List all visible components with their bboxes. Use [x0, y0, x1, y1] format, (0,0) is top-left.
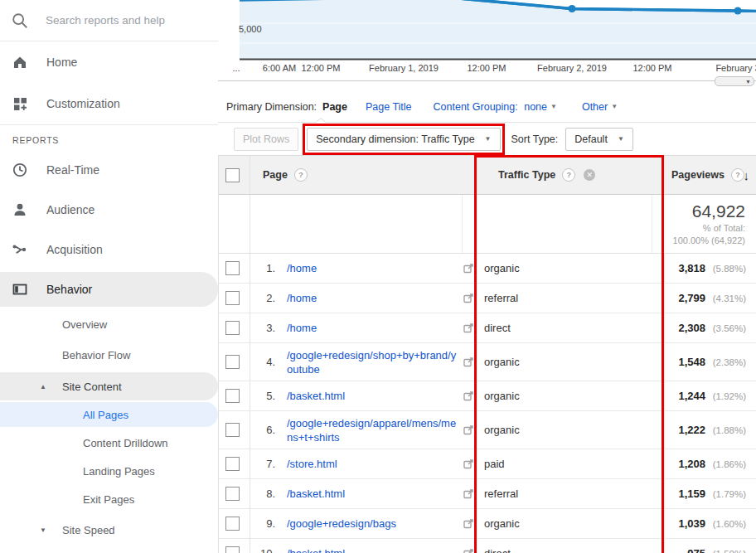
row-number: 5. — [250, 390, 275, 402]
pageviews-percent: (1.92%) — [705, 391, 746, 401]
sidebar-item-label: Behavior Flow — [62, 349, 130, 361]
page-cell: 8./basket.html — [250, 479, 475, 508]
dimension-tab-content-grouping[interactable]: Content Grouping: none — [434, 101, 547, 113]
row-checkbox[interactable] — [225, 291, 240, 305]
open-page-icon[interactable] — [463, 548, 474, 553]
page-link[interactable]: /basket.html — [287, 487, 462, 501]
row-checkbox[interactable] — [225, 321, 240, 335]
row-checkbox[interactable] — [225, 487, 240, 501]
open-page-icon[interactable] — [463, 424, 474, 435]
header-page[interactable]: Page ? — [250, 156, 475, 194]
sidebar-item-site-content[interactable]: ▲ Site Content — [0, 372, 218, 400]
sidebar-search[interactable]: Search reports and help — [0, 0, 218, 41]
sidebar-item-real-time[interactable]: Real-Time — [0, 150, 218, 190]
row-checkbox[interactable] — [225, 517, 240, 531]
table-toolbar: Plot Rows Secondary dimension: Traffic T… — [218, 122, 756, 155]
x-axis-tick-label: February 2, 2019 — [537, 63, 607, 73]
sidebar-item-acquisition[interactable]: Acquisition — [0, 230, 218, 269]
row-checkbox[interactable] — [225, 423, 240, 437]
pageviews-value: 2,308 — [678, 322, 705, 334]
header-pageviews[interactable]: Pageviews ? ↓ — [665, 156, 756, 194]
pageviews-percent: (2.38%) — [705, 357, 746, 367]
sidebar-item-label: Content Drilldown — [83, 437, 168, 449]
page-link[interactable]: /google+redesign/shop+by+brand/youtube — [287, 348, 462, 376]
sidebar-item-exit-pages[interactable]: Exit Pages — [0, 485, 218, 513]
pageviews-cell: 3,818(5.88%) — [665, 254, 756, 283]
acquisition-icon — [12, 241, 28, 258]
row-checkbox[interactable] — [225, 546, 240, 553]
chart-point-feb3[interactable] — [734, 7, 741, 14]
page-link[interactable]: /basket.html — [287, 546, 462, 553]
row-number: 1. — [250, 262, 275, 274]
pageviews-value: 1,159 — [678, 488, 705, 500]
pageviews-value: 1,208 — [678, 458, 705, 470]
page-link[interactable]: /basket.html — [287, 389, 462, 403]
header-pageviews-label: Pageviews — [671, 169, 724, 181]
page-link[interactable]: /google+redesign/apparel/mens/mens+t+shi… — [287, 416, 462, 444]
traffic-type-cell: direct — [475, 313, 665, 342]
pageviews-value: 2,799 — [678, 292, 705, 304]
pageviews-value: 1,548 — [678, 356, 705, 368]
secondary-dimension-button[interactable]: Secondary dimension: Traffic Type ▼ — [307, 128, 500, 151]
sidebar-item-all-pages[interactable]: All Pages — [0, 402, 218, 427]
open-page-icon[interactable] — [463, 458, 474, 469]
page-link[interactable]: /google+redesign/bags — [287, 517, 462, 531]
x-axis-tick-label: ... — [232, 63, 240, 73]
chart-scroll-handle[interactable]: ▼ — [715, 76, 754, 86]
row-checkbox[interactable] — [225, 457, 240, 471]
row-checkbox[interactable] — [225, 355, 240, 369]
page-link[interactable]: /home — [287, 261, 462, 275]
open-page-icon[interactable] — [463, 357, 474, 367]
chevron-down-icon: ▼ — [745, 79, 751, 85]
sidebar-item-customization[interactable]: Customization — [0, 83, 218, 124]
dimension-tab-other[interactable]: Other — [582, 101, 608, 113]
row-checkbox[interactable] — [225, 261, 240, 275]
sort-descending-icon[interactable]: ↓ — [744, 168, 750, 182]
open-page-icon[interactable] — [463, 518, 474, 529]
dimension-tab-page[interactable]: Page — [322, 101, 347, 113]
traffic-type-value: organic — [475, 262, 520, 274]
sidebar-item-audience[interactable]: Audience — [0, 190, 218, 230]
sidebar-item-behavior-flow[interactable]: Behavior Flow — [0, 340, 218, 371]
pageviews-cell: 1,222(1.88%) — [665, 411, 756, 449]
plot-rows-button[interactable]: Plot Rows — [234, 128, 298, 151]
chevron-down-icon: ▼ — [550, 103, 557, 110]
sidebar-item-label: Real-Time — [46, 163, 99, 177]
sidebar-item-home[interactable]: Home — [0, 41, 218, 83]
pageviews-cell: 1,039(1.60%) — [665, 509, 756, 538]
sidebar-item-label: Site Content — [62, 381, 122, 393]
pageviews-cell: 1,159(1.79%) — [665, 479, 756, 508]
open-page-icon[interactable] — [463, 390, 474, 401]
traffic-type-cell: paid — [475, 449, 665, 478]
sort-type-dropdown[interactable]: Default ▼ — [565, 128, 633, 151]
dimension-tab-page-title[interactable]: Page Title — [366, 101, 412, 113]
pageviews-percent: (1.60%) — [705, 519, 746, 529]
open-page-icon[interactable] — [463, 323, 474, 333]
sidebar-item-landing-pages[interactable]: Landing Pages — [0, 457, 218, 485]
header-traffic-type[interactable]: Traffic Type ? ✕ — [475, 156, 665, 194]
open-page-icon[interactable] — [463, 263, 474, 274]
sidebar-item-label: All Pages — [83, 409, 128, 421]
sidebar-item-site-speed[interactable]: ▼ Site Speed — [0, 513, 218, 546]
row-number: 9. — [250, 517, 275, 530]
search-icon — [11, 12, 29, 30]
sidebar-item-behavior[interactable]: Behavior — [0, 272, 218, 307]
page-link[interactable]: /home — [287, 291, 462, 305]
page-link[interactable]: /home — [287, 321, 462, 335]
sidebar-item-content-drilldown[interactable]: Content Drilldown — [0, 429, 218, 457]
help-icon[interactable]: ? — [562, 168, 575, 182]
help-icon[interactable]: ? — [294, 168, 308, 182]
chevron-down-icon: ▼ — [618, 135, 624, 143]
page-cell: 3./home — [250, 313, 475, 342]
sidebar-item-overview[interactable]: Overview — [0, 309, 218, 340]
remove-dimension-icon[interactable]: ✕ — [584, 169, 595, 181]
row-checkbox[interactable] — [225, 389, 240, 403]
sidebar-item-label: Landing Pages — [83, 465, 155, 478]
header-checkbox-cell — [219, 156, 250, 194]
open-page-icon[interactable] — [463, 488, 474, 499]
chart-point-feb2[interactable] — [568, 5, 575, 12]
x-axis-tick-label: 6:00 AM — [263, 63, 296, 73]
page-link[interactable]: /store.html — [287, 457, 462, 471]
open-page-icon[interactable] — [463, 293, 474, 303]
select-all-checkbox[interactable] — [225, 168, 240, 182]
